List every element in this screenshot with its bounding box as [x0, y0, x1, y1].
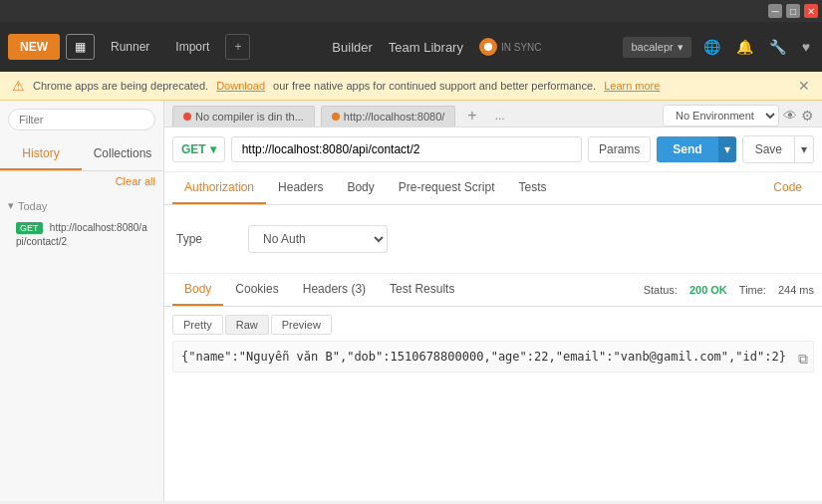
- more-tabs-button[interactable]: ...: [489, 107, 511, 125]
- auth-type-row: Type No Auth Basic Auth Bearer Token OAu…: [176, 217, 810, 261]
- new-button[interactable]: NEW: [8, 34, 60, 60]
- response-body-area: Pretty Raw Preview {"name":"Nguyễn văn B…: [164, 307, 822, 501]
- status-value: 200 OK: [689, 284, 727, 296]
- sidebar: History Collections Clear all ▾ Today GE…: [0, 101, 164, 501]
- request-section-tabs: Authorization Headers Body Pre-request S…: [164, 172, 822, 205]
- deprecation-banner: ⚠ Chrome apps are being deprecated. Down…: [0, 72, 822, 101]
- env-settings-button[interactable]: ⚙: [801, 108, 814, 124]
- send-button-group: Send ▾: [657, 136, 735, 162]
- method-chevron-icon: ▾: [210, 142, 216, 156]
- sync-dot: [479, 38, 497, 56]
- tab-builder[interactable]: Builder: [332, 40, 372, 55]
- user-menu-button[interactable]: bacalepr ▾: [623, 37, 690, 58]
- send-dropdown-button[interactable]: ▾: [718, 136, 736, 162]
- filter-input[interactable]: [8, 109, 155, 130]
- content-area: No compiler is din th... http://localhos…: [164, 101, 822, 501]
- response-area: Body Cookies Headers (3) Test Results St…: [164, 273, 822, 501]
- main-layout: History Collections Clear all ▾ Today GE…: [0, 101, 822, 501]
- tab-history[interactable]: History: [0, 138, 82, 170]
- save-button-group: Save ▾: [742, 135, 814, 163]
- response-text: {"name":"Nguyễn văn B","dob":15106788000…: [172, 341, 814, 373]
- import-button[interactable]: Import: [165, 35, 219, 59]
- today-group-header: ▾ Today: [8, 195, 155, 216]
- tab-label-2: http://localhost:8080/: [344, 111, 445, 123]
- layout-button[interactable]: ▦: [66, 34, 95, 60]
- environment-select[interactable]: No Environment: [663, 105, 779, 126]
- tab-dot-1: [183, 113, 191, 121]
- format-tabs: Pretty Raw Preview: [172, 315, 814, 335]
- minimize-button[interactable]: ─: [768, 4, 782, 18]
- save-dropdown-button[interactable]: ▾: [795, 135, 814, 163]
- main-toolbar: NEW ▦ Runner Import + Builder Team Libra…: [0, 22, 822, 72]
- auth-type-label: Type: [176, 232, 236, 246]
- chevron-icon: ▾: [8, 199, 14, 212]
- response-tab-test-results[interactable]: Test Results: [378, 274, 466, 306]
- banner-close-button[interactable]: ✕: [798, 78, 810, 94]
- tab-tests[interactable]: Tests: [506, 172, 558, 204]
- new-window-button[interactable]: +: [225, 34, 250, 60]
- sidebar-search-area: [0, 101, 163, 138]
- runner-button[interactable]: Runner: [101, 35, 159, 59]
- learn-more-link[interactable]: Learn more: [604, 80, 660, 92]
- tab-authorization[interactable]: Authorization: [172, 172, 266, 204]
- warning-icon: ⚠: [12, 78, 25, 94]
- method-select[interactable]: GET ▾: [172, 136, 225, 162]
- tab-label-1: No compiler is din th...: [195, 111, 304, 123]
- sidebar-actions: Clear all: [0, 171, 163, 191]
- close-button[interactable]: ✕: [804, 4, 818, 18]
- response-section-tabs: Body Cookies Headers (3) Test Results St…: [164, 274, 822, 307]
- tab-dot-2: [332, 113, 340, 121]
- tab-pre-request[interactable]: Pre-request Script: [387, 172, 507, 204]
- clear-all-button[interactable]: Clear all: [116, 175, 155, 187]
- tab-headers[interactable]: Headers: [266, 172, 335, 204]
- request-tabs-bar: No compiler is din th... http://localhos…: [164, 101, 822, 127]
- time-label: Time:: [739, 284, 766, 296]
- request-tab-2[interactable]: http://localhost:8080/: [321, 106, 456, 126]
- group-label: Today: [18, 200, 47, 212]
- code-link[interactable]: Code: [761, 172, 814, 204]
- tab-team-library[interactable]: Team Library: [389, 40, 463, 55]
- time-value: 244 ms: [778, 284, 814, 296]
- environment-area: No Environment 👁 ⚙: [663, 105, 814, 126]
- bell-icon-button[interactable]: 🔔: [732, 35, 757, 59]
- url-bar: GET ▾ Params Send ▾ Save ▾: [164, 127, 822, 172]
- format-raw-button[interactable]: Raw: [225, 315, 269, 335]
- banner-text2: our free native apps for continued suppo…: [273, 80, 596, 92]
- maximize-button[interactable]: □: [786, 4, 800, 18]
- copy-icon-button[interactable]: ⧉: [798, 351, 808, 368]
- send-button[interactable]: Send: [657, 136, 717, 162]
- auth-type-select[interactable]: No Auth Basic Auth Bearer Token OAuth 2.…: [248, 225, 388, 253]
- sidebar-tabs: History Collections: [0, 138, 163, 171]
- sync-dot-inner: [484, 43, 492, 51]
- add-tab-button[interactable]: +: [461, 105, 482, 126]
- banner-text: Chrome apps are being deprecated.: [33, 80, 208, 92]
- history-item[interactable]: GET http://localhost:8080/api/contact/2: [8, 216, 155, 252]
- format-preview-button[interactable]: Preview: [271, 315, 332, 335]
- today-group: ▾ Today GET http://localhost:8080/api/co…: [0, 191, 163, 256]
- wrench-icon-button[interactable]: 🔧: [765, 35, 790, 59]
- request-tab-1[interactable]: No compiler is din th...: [172, 106, 315, 126]
- world-icon-button[interactable]: 🌐: [699, 35, 724, 59]
- response-tab-headers[interactable]: Headers (3): [291, 274, 378, 306]
- method-badge: GET: [16, 222, 43, 234]
- response-status: Status: 200 OK Time: 244 ms: [644, 284, 814, 296]
- toolbar-center: Builder Team Library IN SYNC: [256, 38, 617, 56]
- user-label: bacalepr: [631, 41, 673, 53]
- response-tab-cookies[interactable]: Cookies: [223, 274, 290, 306]
- titlebar: ─ □ ✕: [0, 0, 822, 22]
- env-eye-button[interactable]: 👁: [783, 108, 797, 124]
- url-input[interactable]: [231, 136, 582, 162]
- method-label: GET: [181, 142, 206, 156]
- toolbar-right: bacalepr ▾ 🌐 🔔 🔧 ♥: [623, 35, 814, 59]
- status-label: Status:: [644, 284, 678, 296]
- params-button[interactable]: Params: [588, 136, 651, 162]
- save-button[interactable]: Save: [742, 135, 795, 163]
- download-link[interactable]: Download: [216, 80, 265, 92]
- tab-collections[interactable]: Collections: [82, 138, 163, 170]
- format-pretty-button[interactable]: Pretty: [172, 315, 223, 335]
- heart-icon-button[interactable]: ♥: [798, 35, 814, 59]
- sync-label: IN SYNC: [501, 42, 542, 53]
- tab-body[interactable]: Body: [335, 172, 386, 204]
- response-tab-body[interactable]: Body: [172, 274, 223, 306]
- auth-section: Type No Auth Basic Auth Bearer Token OAu…: [164, 205, 822, 273]
